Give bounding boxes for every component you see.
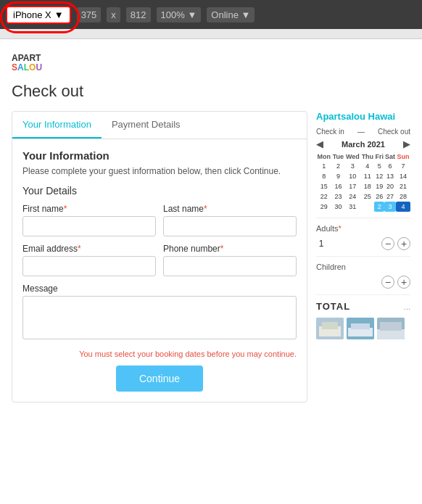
cal-day-tue: Tue (332, 152, 345, 161)
children-decrement-button[interactable]: − (381, 276, 394, 289)
cal-day[interactable]: 23 (332, 191, 345, 202)
email-input[interactable] (22, 256, 156, 276)
adults-controls: − + (381, 237, 410, 250)
phone-input[interactable] (163, 256, 297, 276)
adults-decrement-button[interactable]: − (381, 237, 394, 250)
dash-label: — (357, 128, 365, 136)
scrollbar[interactable] (0, 29, 422, 39)
cal-prev-button[interactable]: ◀ (316, 139, 323, 149)
last-name-label: Last name* (163, 204, 297, 214)
form-body: Your Information Please complete your gu… (12, 139, 307, 402)
viewport-height[interactable]: 812 (126, 7, 151, 22)
last-name-group: Last name* (163, 204, 297, 236)
tab-payment-details[interactable]: Payment Details (102, 112, 191, 139)
svg-rect-7 (377, 329, 405, 339)
cal-day[interactable]: 30 (332, 202, 345, 212)
first-name-input[interactable] (22, 216, 156, 236)
cal-day[interactable]: 3 (384, 202, 396, 212)
cal-day[interactable]: 4 (396, 202, 410, 212)
cal-day[interactable]: 28 (396, 191, 410, 202)
total-dots: ... (404, 302, 410, 311)
cal-day[interactable]: 19 (374, 181, 384, 191)
network-status[interactable]: Online ▼ (207, 7, 255, 22)
checkin-label: Check in (316, 128, 344, 136)
thumbnail-1[interactable] (316, 318, 344, 339)
logo: APART SALOU (12, 54, 410, 73)
property-name: Apartsalou Hawai (316, 111, 410, 122)
children-controls: − + (381, 276, 410, 289)
error-message: You must select your booking dates befor… (22, 350, 297, 358)
name-row: First name* Last name* (22, 204, 297, 236)
cal-day[interactable]: 1 (316, 161, 332, 171)
contact-row: Email address* Phone number* (22, 244, 297, 276)
cal-day[interactable]: 27 (384, 191, 396, 202)
cal-day[interactable]: 13 (384, 171, 396, 181)
cal-day[interactable] (360, 202, 374, 212)
cal-day[interactable]: 24 (344, 191, 360, 202)
form-section: Your Information Payment Details Your In… (12, 111, 307, 402)
cal-day[interactable]: 18 (360, 181, 374, 191)
thumbnail-row (316, 318, 410, 339)
cal-month-title: March 2021 (342, 140, 385, 149)
cal-day-sun: Sun (396, 152, 410, 161)
cal-day[interactable]: 25 (360, 191, 374, 202)
adults-counter-row: 1 − + (316, 237, 410, 250)
cal-next-button[interactable]: ▶ (403, 139, 410, 149)
cal-day[interactable]: 10 (344, 171, 360, 181)
cal-day[interactable]: 11 (360, 171, 374, 181)
cal-day[interactable]: 5 (374, 161, 384, 171)
children-counter-row: − + (316, 276, 410, 289)
thumbnail-2[interactable] (347, 318, 374, 339)
thumbnail-3[interactable] (377, 318, 405, 339)
calendar-grid: Mon Tue Wed Thu Fri Sat Sun 123456789101… (316, 152, 410, 212)
checkout-label: Check out (378, 128, 410, 136)
email-group: Email address* (22, 244, 156, 276)
form-description: Please complete your guest information b… (22, 166, 297, 176)
cal-day[interactable]: 26 (374, 191, 384, 202)
first-name-required: * (64, 204, 67, 214)
cal-day[interactable]: 17 (344, 181, 360, 191)
cal-day[interactable]: 29 (316, 202, 332, 212)
cal-day[interactable]: 31 (344, 202, 360, 212)
children-label: Children (316, 263, 346, 271)
device-selector[interactable]: iPhone X ▼ (6, 6, 71, 24)
cal-checkin-checkout-labels: Check in — Check out (316, 128, 410, 136)
browser-toolbar: iPhone X ▼ 375 x 812 100% ▼ Online ▼ (0, 0, 422, 29)
main-layout: Your Information Payment Details Your In… (12, 111, 410, 402)
last-name-required: * (204, 204, 207, 214)
your-details-heading: Your Details (22, 185, 297, 197)
cal-day[interactable]: 16 (332, 181, 345, 191)
message-label: Message (22, 284, 297, 294)
cal-day[interactable]: 20 (384, 181, 396, 191)
cal-day[interactable]: 6 (384, 161, 396, 171)
cal-day[interactable]: 2 (332, 161, 345, 171)
cal-day[interactable]: 9 (332, 171, 345, 181)
message-input[interactable] (22, 296, 297, 339)
email-required: * (78, 244, 81, 254)
viewport-separator: x (107, 7, 120, 22)
zoom-selector[interactable]: 100% ▼ (157, 7, 202, 22)
continue-button[interactable]: Continue (116, 365, 203, 392)
page-title: Check out (12, 82, 410, 101)
cal-day[interactable]: 15 (316, 181, 332, 191)
form-section-title: Your Information (22, 149, 297, 162)
cal-day[interactable]: 4 (360, 161, 374, 171)
cal-day[interactable]: 22 (316, 191, 332, 202)
adults-value: 1 (316, 239, 326, 249)
children-increment-button[interactable]: + (397, 276, 410, 289)
viewport-width[interactable]: 375 (77, 7, 102, 22)
divider2 (316, 256, 410, 257)
adults-increment-button[interactable]: + (397, 237, 410, 250)
cal-day[interactable]: 14 (396, 171, 410, 181)
cal-day[interactable]: 7 (396, 161, 410, 171)
tab-your-information[interactable]: Your Information (12, 112, 102, 139)
svg-rect-2 (322, 322, 338, 329)
last-name-input[interactable] (163, 216, 297, 236)
svg-rect-5 (351, 323, 370, 329)
cal-day[interactable]: 8 (316, 171, 332, 181)
cal-day[interactable]: 3 (344, 161, 360, 171)
cal-day[interactable]: 12 (374, 171, 384, 181)
adults-row: Adults* (316, 224, 410, 233)
cal-day[interactable]: 21 (396, 181, 410, 191)
cal-day[interactable]: 2 (374, 202, 384, 212)
